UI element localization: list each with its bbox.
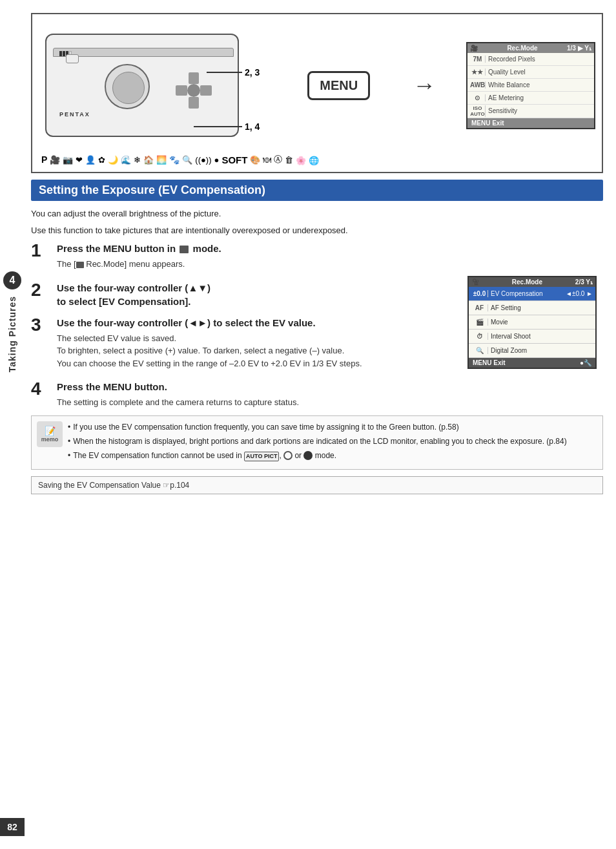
auto-pict-badge: AUTO PICT <box>244 452 279 462</box>
lcd-top-title: Rec.Mode <box>507 45 537 52</box>
icon-soft: SOFT <box>221 154 247 165</box>
dpad-center <box>187 84 200 97</box>
lcd-top-page: 1/3 ▶ Y₁ <box>567 45 591 52</box>
lcd-header-top: 🎥 Rec.Mode 1/3 ▶ Y₁ <box>467 43 594 53</box>
icon-portrait: 📷 <box>63 155 73 165</box>
lcd-label-3: White Balance <box>488 81 529 89</box>
lcd-step-icon-interval: ⏱ <box>471 333 488 340</box>
mode-icons-row: P 🎥 📷 ❤ 👤 ✿ 🌙 🌊 ❄ 🏠 🌅 🐾 🔍 ((●)) ● SOFT 🎨… <box>39 154 595 165</box>
dpad-right <box>200 85 212 96</box>
step-3-sub-1: The selected EV value is saved. <box>57 332 461 345</box>
icon-delete: 🗑 <box>285 155 293 165</box>
step-3-sub-3: You can choose the EV setting in the ran… <box>57 357 461 370</box>
memo-box: 📝 memo • If you use the EV compensation … <box>31 415 603 470</box>
memo-bullet-2: • When the histogram is displayed, brigh… <box>68 435 597 447</box>
memo-bullet-1: • If you use the EV compensation functio… <box>68 421 597 433</box>
lcd-footer-top-text: MENU Exit <box>471 120 504 127</box>
lcd-step-label-af: AF Setting <box>491 304 593 311</box>
step-4: 4 Press the MENU button. The setting is … <box>31 380 603 409</box>
main-content: PENTAX 2, 3 1, 4 MENU → <box>25 0 616 849</box>
side-tab: 82 4 Taking Pictures <box>0 0 25 849</box>
lcd-label-2: Quality Level <box>488 68 526 76</box>
memo-icon: 📝 memo <box>37 421 63 447</box>
icon-wave: 🌊 <box>121 155 131 165</box>
lcd-label-1: Recorded Pixels <box>488 56 535 63</box>
lcd-step-label-ev: EV Compensation <box>491 290 566 297</box>
camera-lens-inner <box>112 72 145 104</box>
lcd-step-icon: 🎥 <box>471 278 479 286</box>
lcd-row-4: ⊙ AE Metering <box>467 92 594 105</box>
step-2-number: 2 <box>31 281 50 311</box>
chapter-title: Taking Pictures <box>7 296 17 372</box>
lcd-top-icon: 🎥 <box>470 45 478 52</box>
memo-bullet-3: • The EV compensation function cannot be… <box>68 450 597 462</box>
lcd-step-icon-movie: 🎬 <box>471 319 488 326</box>
lcd-icon-awb: AWB <box>470 81 486 89</box>
lcd-step-icon-zoom: 🔍 <box>471 347 488 354</box>
step-4-title: Press the MENU button. <box>57 380 603 393</box>
lcd-step-row-af: AF AF Setting <box>469 301 595 315</box>
step-1-title: Press the MENU button in mode. <box>57 242 603 255</box>
icon-a-circle: Ⓐ <box>274 154 282 165</box>
lcd-step-label-interval: Interval Shoot <box>491 333 593 340</box>
label-1-4: 1, 4 <box>245 121 260 132</box>
step-3-title: Use the four-way controller (◄►) to sele… <box>57 316 461 330</box>
page-number: 82 <box>0 818 25 836</box>
lcd-row-5: ISO AUTO Sensitivity <box>467 105 594 118</box>
chapter-number: 4 <box>3 271 21 289</box>
lcd-step-icon-ev: ±0.0 <box>471 290 488 297</box>
icon-snow: ❄ <box>134 155 141 165</box>
lcd-row-3: AWB White Balance <box>467 79 594 92</box>
icon-p: P <box>41 154 47 165</box>
lcd-icon-star: ★★ <box>470 68 486 76</box>
step-1-sub: The [ Rec.Mode] menu appears. <box>57 258 603 271</box>
lcd-footer-top: MENU Exit <box>467 118 594 128</box>
step-4-sub: The setting is complete and the camera r… <box>57 396 603 409</box>
lcd-icon-7m: 7M <box>470 56 486 63</box>
lcd-screen-step: 🎥 Rec.Mode 2/3 Y₁ ±0.0 EV Compensation ◄… <box>467 276 597 369</box>
lcd-step-panel: 🎥 Rec.Mode 2/3 Y₁ ±0.0 EV Compensation ◄… <box>467 276 603 375</box>
lcd-step-header: 🎥 Rec.Mode 2/3 Y₁ <box>469 277 595 287</box>
lcd-step-row-movie: 🎬 Movie <box>469 315 595 330</box>
lcd-step-val-ev: ◄±0.0 ► <box>566 290 593 297</box>
menu-button-area: MENU <box>307 71 370 100</box>
dpad-left <box>176 85 187 96</box>
black-circle-memo <box>303 451 313 460</box>
arrow-right: → <box>413 72 436 99</box>
step-3-content: Use the four-way controller (◄►) to sele… <box>57 316 461 370</box>
memo-text-3: The EV compensation function cannot be u… <box>73 450 336 462</box>
dpad-down <box>189 97 199 109</box>
step-1-camera-icon <box>180 246 189 253</box>
icon-film: 🎥 <box>50 155 60 165</box>
memo-dot-3: • <box>68 450 70 462</box>
lcd-step-row-ev: ±0.0 EV Compensation ◄±0.0 ► <box>469 287 595 301</box>
icon-sakura: 🌸 <box>296 156 306 165</box>
step-4-number: 4 <box>31 380 50 409</box>
saving-note: Saving the EV Compensation Value ☞p.104 <box>31 476 603 494</box>
icon-flower: ✿ <box>98 155 105 165</box>
step-3-number: 3 <box>31 316 50 370</box>
step-2: 2 Use the four-way controller (▲▼)to sel… <box>31 281 461 311</box>
label-2-3: 2, 3 <box>245 67 260 78</box>
memo-text-1: If you use the EV compensation function … <box>73 421 458 433</box>
step-2-arrows: ▲▼ <box>188 282 207 293</box>
camera-dpad <box>176 72 212 109</box>
icon-wireless: ((●)) <box>195 155 211 165</box>
pentax-logo: PENTAX <box>59 111 90 118</box>
icon-paw: 🐾 <box>169 155 180 165</box>
globe-icon-memo <box>283 451 293 460</box>
lcd-step-label-movie: Movie <box>491 319 593 326</box>
step-3: 3 Use the four-way controller (◄►) to se… <box>31 316 461 370</box>
section-heading: Setting the Exposure (EV Compensation) <box>31 180 603 201</box>
lcd-label-5: Sensitivity <box>488 107 517 114</box>
step-2-title: Use the four-way controller (▲▼)to selec… <box>57 281 461 308</box>
step-1-bold-menu: MENU <box>103 243 132 254</box>
step-1-number: 1 <box>31 242 50 271</box>
lcd-row-2: ★★ Quality Level <box>467 66 594 79</box>
memo-label: memo <box>41 436 59 443</box>
lcd-step-footer: MENU Exit ●🔧 <box>469 358 595 368</box>
lcd-step-icon-af: AF <box>471 304 488 311</box>
icon-house: 🏠 <box>143 155 154 165</box>
camera-sketch: PENTAX 2, 3 1, 4 <box>39 21 271 150</box>
top-image-section: PENTAX 2, 3 1, 4 MENU → <box>31 13 603 173</box>
